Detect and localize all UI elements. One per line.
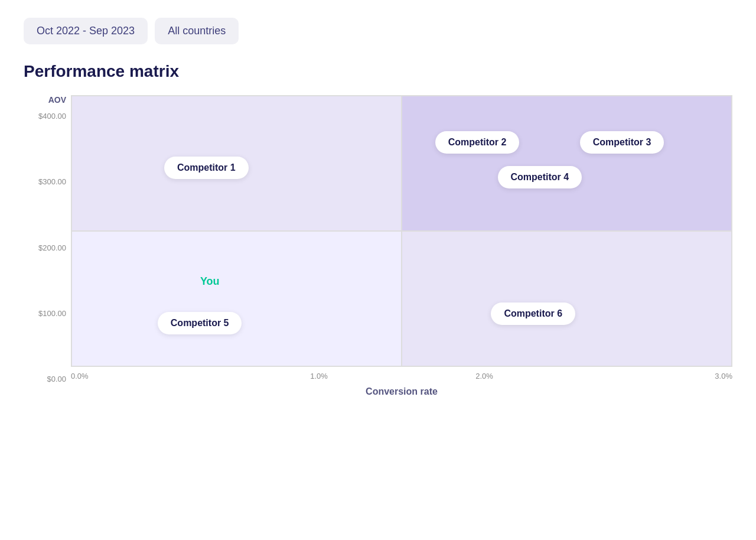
you-label[interactable]: You: [187, 269, 233, 294]
y-tick-200: $200.00: [38, 243, 66, 252]
x-tick-3: 3.0%: [567, 372, 732, 380]
y-tick-100: $100.00: [38, 309, 66, 318]
y-axis-ticks: $400.00 $300.00 $200.00 $100.00 $0.00: [38, 112, 66, 383]
page-title: Performance matrix: [24, 62, 732, 81]
competitor6-label[interactable]: Competitor 6: [491, 302, 575, 325]
x-tick-1: 1.0%: [236, 372, 402, 380]
competitor1-label[interactable]: Competitor 1: [164, 157, 249, 179]
quadrant-bottom-right: Competitor 6: [402, 231, 732, 366]
y-tick-400: $400.00: [38, 112, 66, 121]
competitor5-label[interactable]: Competitor 5: [158, 312, 242, 334]
x-axis-ticks: 0.0% 1.0% 2.0% 3.0%: [71, 367, 732, 380]
quadrant-top-left: Competitor 1: [71, 96, 402, 231]
competitor2-label[interactable]: Competitor 2: [435, 131, 520, 154]
y-tick-300: $300.00: [38, 177, 66, 186]
performance-matrix-grid: Competitor 1 Competitor 2 Competitor 3 C…: [71, 95, 732, 367]
country-filter[interactable]: All countries: [155, 18, 239, 44]
x-axis-label: Conversion rate: [71, 386, 732, 397]
x-tick-0: 0.0%: [71, 372, 236, 380]
y-tick-0: $0.00: [47, 375, 66, 383]
y-axis-label: AOV: [48, 95, 66, 105]
quadrant-top-right: Competitor 2 Competitor 3 Competitor 4: [402, 96, 732, 231]
date-range-filter[interactable]: Oct 2022 - Sep 2023: [24, 18, 148, 44]
competitor3-label[interactable]: Competitor 3: [580, 131, 664, 154]
competitor4-label[interactable]: Competitor 4: [498, 166, 582, 188]
quadrant-bottom-left: You Competitor 5: [71, 231, 402, 366]
x-tick-2: 2.0%: [402, 372, 567, 380]
